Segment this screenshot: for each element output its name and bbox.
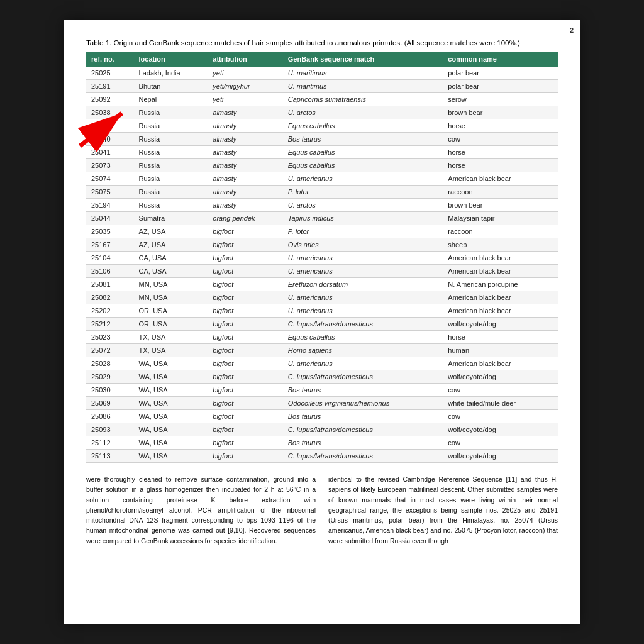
table-row: 25023TX, USAbigfootEquus caballushorse — [86, 331, 558, 344]
data-table: ref. no. location attribution GenBank se… — [86, 52, 558, 463]
table-cell: OR, USA — [134, 304, 208, 318]
table-cell: 25104 — [86, 252, 134, 265]
table-row: 25092NepalyetiCapricornis sumatraensisse… — [86, 93, 558, 106]
table-cell: human — [443, 344, 558, 357]
table-cell: bigfoot — [208, 410, 282, 423]
table-cell: American black bear — [443, 172, 558, 186]
table-caption: Table 1. Origin and GenBank sequence mat… — [86, 39, 558, 47]
table-cell: 25075 — [86, 186, 134, 199]
table-cell: MN, USA — [134, 291, 208, 304]
table-cell: WA, USA — [134, 423, 208, 436]
table-cell: 25072 — [86, 344, 134, 357]
page-container: 2 Table 1. Origin and GenBank sequence m… — [64, 20, 580, 624]
table-cell: almasty — [208, 146, 282, 159]
table-cell: WA, USA — [134, 370, 208, 384]
table-row: 25038RussiaalmastyU. arctosbrown bear — [86, 106, 558, 119]
table-cell: yeti — [208, 93, 282, 106]
body-right-col: identical to the revised Cambridge Refer… — [328, 474, 558, 546]
table-cell: bigfoot — [208, 252, 282, 265]
table-cell: polar bear — [443, 67, 558, 80]
table-cell: 25086 — [86, 410, 134, 423]
table-cell: bigfoot — [208, 397, 282, 410]
table-cell: bigfoot — [208, 357, 282, 370]
table-cell: WA, USA — [134, 436, 208, 450]
table-cell: horse — [443, 119, 558, 133]
table-cell: U. americanus — [283, 265, 443, 278]
table-row: 25104CA, USAbigfootU. americanusAmerican… — [86, 252, 558, 265]
table-cell: U. americanus — [283, 252, 443, 265]
table-cell: wolf/coyote/dog — [443, 318, 558, 331]
table-cell: WA, USA — [134, 384, 208, 397]
table-row: 25040RussiaalmastyBos tauruscow — [86, 133, 558, 146]
table-cell: American black bear — [443, 265, 558, 278]
table-row: 25074RussiaalmastyU. americanusAmerican … — [86, 172, 558, 186]
table-cell: CA, USA — [134, 252, 208, 265]
table-row: 25202OR, USAbigfootU. americanusAmerican… — [86, 304, 558, 318]
body-text-section: were thoroughly cleaned to remove surfac… — [86, 474, 558, 546]
table-cell: 25081 — [86, 278, 134, 291]
table-cell: Russia — [134, 119, 208, 133]
table-cell: 25073 — [86, 159, 134, 172]
table-cell: Bos taurus — [283, 436, 443, 450]
table-cell: almasty — [208, 133, 282, 146]
table-cell: 25212 — [86, 318, 134, 331]
table-cell: 25093 — [86, 423, 134, 436]
table-row: 25082MN, USAbigfootU. americanusAmerican… — [86, 291, 558, 304]
col-header-attribution: attribution — [208, 52, 282, 67]
table-cell: P. lotor — [283, 225, 443, 238]
table-cell: bigfoot — [208, 225, 282, 238]
table-cell: bigfoot — [208, 370, 282, 384]
table-cell: U. americanus — [283, 172, 443, 186]
col-header-refno: ref. no. — [86, 52, 134, 67]
table-cell: white-tailed/mule deer — [443, 397, 558, 410]
table-cell: bigfoot — [208, 384, 282, 397]
table-cell: raccoon — [443, 225, 558, 238]
table-cell: 25029 — [86, 370, 134, 384]
table-cell: polar bear — [443, 80, 558, 93]
table-cell: 25039 — [86, 119, 134, 133]
table-cell: bigfoot — [208, 304, 282, 318]
table-row: 25044Sumatraorang pendekTapirus indicusM… — [86, 212, 558, 225]
table-cell: raccoon — [443, 186, 558, 199]
table-cell: American black bear — [443, 252, 558, 265]
table-body: 25025Ladakh, IndiayetiU. maritimuspolar … — [86, 67, 558, 463]
table-cell: MN, USA — [134, 278, 208, 291]
table-cell: almasty — [208, 106, 282, 119]
table-row: 25191Bhutanyeti/migyhurU. maritimuspolar… — [86, 80, 558, 93]
table-row: 25073RussiaalmastyEquus caballushorse — [86, 159, 558, 172]
table-cell: C. lupus/latrans/domesticus — [283, 370, 443, 384]
table-cell: brown bear — [443, 199, 558, 212]
table-cell: 25035 — [86, 225, 134, 238]
table-cell: almasty — [208, 186, 282, 199]
table-cell: TX, USA — [134, 331, 208, 344]
table-cell: almasty — [208, 159, 282, 172]
table-cell: Nepal — [134, 93, 208, 106]
page-number: 2 — [570, 26, 574, 34]
table-cell: U. arctos — [283, 199, 443, 212]
table-cell: Bos taurus — [283, 384, 443, 397]
table-cell: 25092 — [86, 93, 134, 106]
table-row: 25025Ladakh, IndiayetiU. maritimuspolar … — [86, 67, 558, 80]
table-cell: almasty — [208, 172, 282, 186]
table-label: Table 1. — [86, 39, 111, 47]
table-cell: Homo sapiens — [283, 344, 443, 357]
table-cell: Erethizon dorsatum — [283, 278, 443, 291]
table-row: 25086WA, USAbigfootBos tauruscow — [86, 410, 558, 423]
table-cell: WA, USA — [134, 450, 208, 463]
table-row: 25106CA, USAbigfootU. americanusAmerican… — [86, 265, 558, 278]
table-row: 25112WA, USAbigfootBos tauruscow — [86, 436, 558, 450]
table-cell: Russia — [134, 133, 208, 146]
table-cell: WA, USA — [134, 397, 208, 410]
table-cell: 25025 — [86, 67, 134, 80]
table-cell: U. americanus — [283, 291, 443, 304]
table-cell: sheep — [443, 238, 558, 252]
table-cell: 25106 — [86, 265, 134, 278]
table-cell: U. maritimus — [283, 80, 443, 93]
col-header-genbank: GenBank sequence match — [283, 52, 443, 67]
table-row: 25035AZ, USAbigfootP. lotorraccoon — [86, 225, 558, 238]
table-cell: Sumatra — [134, 212, 208, 225]
table-cell: Russia — [134, 172, 208, 186]
table-cell: Russia — [134, 199, 208, 212]
table-cell: bigfoot — [208, 238, 282, 252]
table-cell: P. lotor — [283, 186, 443, 199]
